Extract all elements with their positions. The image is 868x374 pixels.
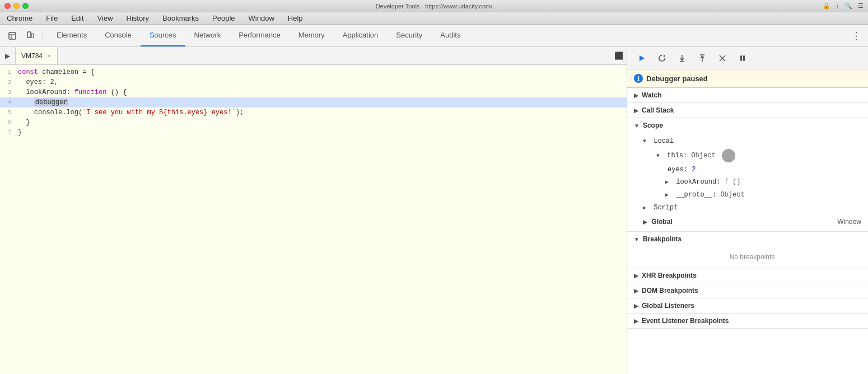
file-tab-vm784[interactable]: VM784 × bbox=[16, 47, 58, 64]
step-over-button[interactable] bbox=[654, 50, 670, 66]
svg-rect-4 bbox=[31, 34, 34, 38]
step-out-button[interactable] bbox=[694, 50, 710, 66]
minimize-button[interactable] bbox=[13, 3, 20, 9]
section-callstack: ▶ Call Stack bbox=[627, 103, 868, 118]
scope-global-header[interactable]: ▶ Global Window bbox=[636, 214, 868, 229]
local-label: Local bbox=[654, 137, 674, 145]
section-watch: ▶ Watch bbox=[627, 88, 868, 103]
watch-header[interactable]: ▶ Watch bbox=[627, 88, 868, 102]
xhr-label: XHR Breakpoints bbox=[642, 272, 697, 279]
event-listeners-header[interactable]: ▶ Event Listener Breakpoints bbox=[627, 314, 868, 328]
svg-rect-14 bbox=[743, 55, 745, 61]
menu-view[interactable]: View bbox=[95, 14, 115, 22]
search-icon: 🔍 bbox=[844, 2, 852, 10]
tab-application[interactable]: Application bbox=[334, 25, 388, 46]
devtools-toolbar: Elements Console Sources Network Perform… bbox=[0, 25, 868, 47]
file-tab-close[interactable]: × bbox=[46, 52, 52, 60]
step-into-button[interactable] bbox=[674, 50, 690, 66]
watch-label: Watch bbox=[642, 91, 662, 99]
menu-window[interactable]: Window bbox=[246, 14, 277, 22]
devtools-main: ▶ VM784 × ⬛ 1 const chameleon = { bbox=[0, 47, 868, 374]
window-title: Developer Tools - https://www.udacity.co… bbox=[376, 3, 493, 10]
maximize-button[interactable] bbox=[22, 3, 29, 9]
file-tab-right-icon: ⬛ bbox=[614, 52, 623, 60]
debug-panel: ℹ Debugger paused ▶ Watch ▶ Call Stack bbox=[627, 47, 868, 374]
menu-help[interactable]: Help bbox=[286, 14, 305, 22]
dom-breakpoints-header[interactable]: ▶ DOM Breakpoints bbox=[627, 283, 868, 298]
toolbar-divider bbox=[43, 29, 43, 43]
svg-rect-3 bbox=[27, 32, 31, 38]
global-listeners-header[interactable]: ▶ Global Listeners bbox=[627, 298, 868, 313]
file-tab-right: ⬛ bbox=[614, 47, 627, 64]
debug-toolbar bbox=[627, 47, 868, 69]
tab-console[interactable]: Console bbox=[96, 25, 141, 46]
tab-elements[interactable]: Elements bbox=[48, 25, 96, 46]
menu-history[interactable]: History bbox=[124, 14, 151, 22]
section-xhr-breakpoints: ▶ XHR Breakpoints bbox=[627, 268, 868, 283]
code-editor[interactable]: 1 const chameleon = { 2 eyes: 2, 3 lookA… bbox=[0, 65, 627, 374]
scope-proto[interactable]: ▶ __proto__: Object bbox=[636, 189, 868, 202]
tooltip-circle bbox=[722, 149, 735, 162]
file-tab-bar: ▶ VM784 × ⬛ bbox=[0, 47, 627, 65]
scope-arrow: ▼ bbox=[634, 123, 640, 129]
scope-lookaround[interactable]: ▶ lookAround: f () bbox=[636, 176, 868, 189]
file-nav-button[interactable]: ▶ bbox=[0, 47, 16, 64]
section-scope: ▼ Scope ▼ Local ▼ this: Object bbox=[627, 118, 868, 232]
device-toggle-button[interactable] bbox=[22, 28, 38, 44]
global-value: Window bbox=[837, 218, 861, 226]
debug-sections[interactable]: ▶ Watch ▶ Call Stack ▼ Scope bbox=[627, 88, 868, 374]
this-object-label: this: Object bbox=[667, 152, 715, 160]
scope-this-header[interactable]: ▼ this: Object bbox=[636, 148, 868, 163]
pause-on-exceptions-button[interactable] bbox=[735, 50, 750, 66]
global-label: Global bbox=[651, 218, 672, 226]
battery-icon: ↑ bbox=[836, 3, 839, 10]
xhr-breakpoints-header[interactable]: ▶ XHR Breakpoints bbox=[627, 268, 868, 283]
section-breakpoints: ▼ Breakpoints No breakpoints bbox=[627, 232, 868, 268]
tab-audits[interactable]: Audits bbox=[431, 25, 469, 46]
tab-security[interactable]: Security bbox=[387, 25, 431, 46]
menu-chrome[interactable]: Chrome bbox=[4, 14, 35, 22]
tab-performance[interactable]: Performance bbox=[230, 25, 289, 46]
code-line-3: 3 lookAround: function () { bbox=[0, 87, 627, 97]
code-panel: ▶ VM784 × ⬛ 1 const chameleon = { bbox=[0, 47, 627, 374]
deactivate-breakpoints-button[interactable] bbox=[715, 50, 730, 66]
svg-rect-13 bbox=[740, 55, 742, 61]
scope-local-header[interactable]: ▼ Local bbox=[636, 135, 868, 148]
code-line-4: 4 debugger bbox=[0, 97, 627, 107]
title-bar: Developer Tools - https://www.udacity.co… bbox=[0, 0, 868, 12]
code-line-1: 1 const chameleon = { bbox=[0, 67, 627, 77]
tab-network[interactable]: Network bbox=[185, 25, 230, 46]
breakpoints-arrow: ▼ bbox=[634, 236, 640, 242]
menu-people[interactable]: People bbox=[210, 14, 237, 22]
section-global-listeners: ▶ Global Listeners bbox=[627, 298, 868, 314]
section-dom-breakpoints: ▶ DOM Breakpoints bbox=[627, 283, 868, 298]
dom-label: DOM Breakpoints bbox=[642, 287, 698, 294]
callstack-header[interactable]: ▶ Call Stack bbox=[627, 103, 868, 118]
menu-edit[interactable]: Edit bbox=[69, 14, 86, 22]
close-button[interactable] bbox=[4, 3, 11, 9]
tab-list: Elements Console Sources Network Perform… bbox=[48, 25, 469, 46]
scope-script-header[interactable]: ▶ Script bbox=[636, 202, 868, 214]
title-bar-right: 🔒 ↑ 🔍 ☰ bbox=[823, 2, 864, 10]
menu-file[interactable]: File bbox=[44, 14, 60, 22]
menu-icon: ☰ bbox=[858, 2, 864, 10]
code-line-2: 2 eyes: 2, bbox=[0, 77, 627, 87]
svg-rect-0 bbox=[9, 32, 16, 39]
scope-eyes: eyes: 2 bbox=[636, 163, 868, 176]
breakpoints-header[interactable]: ▼ Breakpoints bbox=[627, 232, 868, 246]
breakpoints-content: No breakpoints bbox=[627, 246, 868, 268]
dom-arrow: ▶ bbox=[634, 288, 638, 294]
tab-memory[interactable]: Memory bbox=[290, 25, 334, 46]
breakpoints-label: Breakpoints bbox=[643, 235, 682, 243]
inspect-element-button[interactable] bbox=[4, 28, 20, 44]
more-options-icon[interactable]: ⋮ bbox=[849, 27, 864, 44]
play-icon: ▶ bbox=[5, 52, 10, 60]
menu-bookmarks[interactable]: Bookmarks bbox=[160, 14, 201, 22]
tab-sources[interactable]: Sources bbox=[141, 25, 185, 46]
scope-content: ▼ Local ▼ this: Object eyes: 2 bbox=[627, 133, 868, 231]
pause-info-icon: ℹ bbox=[634, 74, 643, 83]
resume-button[interactable] bbox=[634, 50, 650, 66]
callstack-label: Call Stack bbox=[642, 106, 674, 114]
scope-header[interactable]: ▼ Scope bbox=[627, 118, 868, 133]
script-label: Script bbox=[654, 204, 678, 212]
